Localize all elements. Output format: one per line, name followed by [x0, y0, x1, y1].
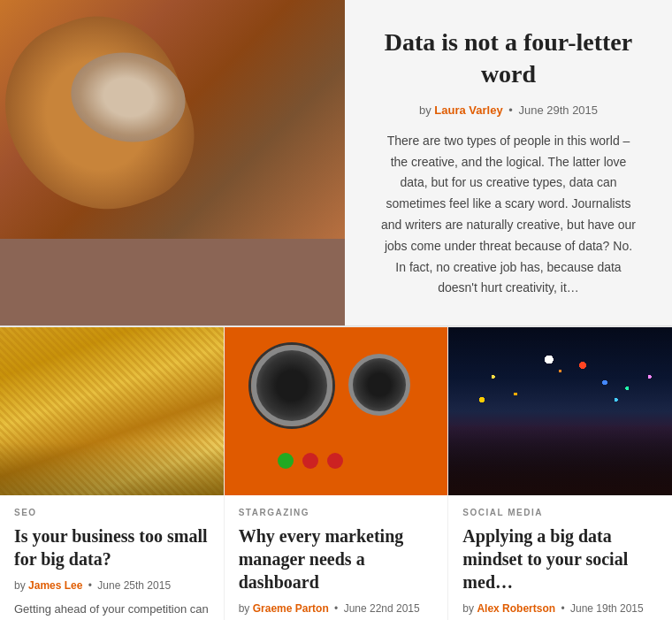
card-1-meta-dot: • — [88, 579, 92, 592]
gauge-buttons — [278, 453, 343, 469]
card-3-author-link[interactable]: Alex Robertson — [477, 602, 555, 615]
red-button-2 — [327, 453, 343, 469]
featured-image — [0, 0, 345, 325]
card-3-meta: by Alex Robertson • June 19th 2015 — [462, 602, 658, 615]
card-1-image — [0, 327, 224, 495]
featured-excerpt: There are two types of people in this wo… — [380, 131, 637, 299]
dog-cat-photo — [0, 0, 345, 239]
card-1-meta-prefix: by — [14, 579, 26, 592]
featured-meta-dot: • — [508, 103, 513, 117]
pasta-photo — [0, 327, 224, 495]
featured-article: Data is not a four-letter word by Laura … — [0, 0, 672, 326]
card-1-meta: by James Lee • June 25th 2015 — [14, 579, 210, 592]
card-2-author-link[interactable]: Graeme Parton — [253, 602, 329, 615]
card-1-body: SEO Is your business too small for big d… — [0, 495, 224, 620]
card-3-meta-dot: • — [561, 602, 564, 615]
featured-content: Data is not a four-letter word by Laura … — [345, 0, 672, 325]
featured-meta-prefix: by — [419, 103, 431, 117]
card-3-date: June 19th 2015 — [570, 602, 644, 615]
card-2-category: STARGAZING — [239, 508, 434, 517]
featured-title: Data is not a four-letter word — [380, 27, 637, 91]
card-2-image — [225, 327, 448, 495]
card-1: SEO Is your business too small for big d… — [0, 327, 225, 620]
featured-date: June 29th 2015 — [518, 103, 598, 117]
machine-photo — [225, 327, 448, 495]
green-button — [278, 453, 294, 469]
featured-meta: by Laura Varley • June 29th 2015 — [380, 103, 637, 117]
cards-grid: SEO Is your business too small for big d… — [0, 326, 672, 620]
card-1-category: SEO — [14, 508, 210, 517]
card-1-author-link[interactable]: James Lee — [28, 579, 82, 592]
red-button — [302, 453, 318, 469]
card-2-meta-dot: • — [334, 602, 338, 615]
card-1-date: June 25th 2015 — [97, 579, 171, 592]
card-2-meta: by Graeme Parton • June 22nd 2015 — [239, 602, 434, 615]
card-2: STARGAZING Why every marketing manager n… — [225, 327, 449, 620]
card-1-title: Is your business too small for big data? — [14, 524, 210, 570]
card-1-excerpt: Getting ahead of your competition can be… — [14, 601, 210, 620]
card-2-meta-prefix: by — [239, 602, 250, 615]
card-2-date: June 22nd 2015 — [344, 602, 420, 615]
card-3: SOCIAL MEDIA Applying a big data mindset… — [448, 327, 672, 620]
card-3-category: SOCIAL MEDIA — [462, 508, 658, 517]
card-2-title: Why every marketing manager needs a dash… — [239, 524, 434, 593]
card-3-meta-prefix: by — [462, 602, 474, 615]
city-photo — [448, 327, 672, 495]
featured-author-link[interactable]: Laura Varley — [434, 103, 502, 117]
card-3-body: SOCIAL MEDIA Applying a big data mindset… — [448, 495, 672, 620]
card-2-body: STARGAZING Why every marketing manager n… — [225, 495, 448, 620]
card-3-image — [448, 327, 672, 495]
card-3-title: Applying a big data mindset to your soci… — [462, 524, 658, 593]
